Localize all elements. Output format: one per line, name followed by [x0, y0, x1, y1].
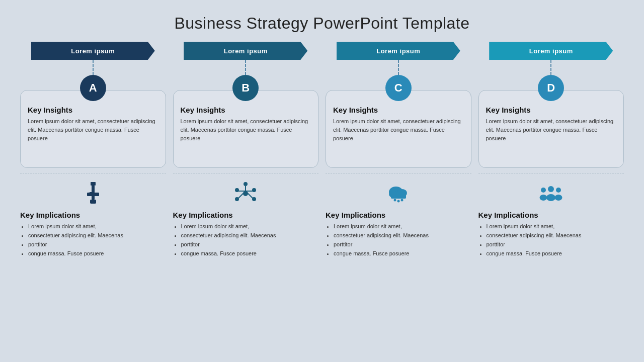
cloud-icon: [385, 180, 412, 207]
implications-title-c: Key Implications: [326, 211, 471, 219]
implications-section-a: Key Implications Lorem ipsum dolor sit a…: [20, 211, 166, 258]
list-item: porttitor: [334, 240, 471, 249]
insights-title-b: Key Insights: [181, 106, 311, 114]
insights-text-d: Lorem ipsum dolor sit amet, consectetuer…: [486, 117, 617, 143]
network-icon: [232, 180, 259, 207]
implications-section-d: Key Implications Lorem ipsum dolor sit a…: [478, 211, 624, 258]
insights-text-a: Lorem ipsum dolor sit amet, consectetuer…: [28, 117, 158, 143]
divider-b: [173, 173, 319, 173]
svg-rect-6: [90, 200, 96, 204]
list-item: consectetuer adipiscing elit. Maecenas: [28, 231, 166, 240]
list-item: Lorem ipsum dolor sit amet,: [487, 222, 624, 231]
list-item: consectetuer adipiscing elit. Maecenas: [181, 231, 319, 240]
badge-b: B: [232, 75, 259, 101]
usb-icon: [79, 180, 107, 207]
list-item: consectetuer adipiscing elit. Maecenas: [334, 231, 471, 240]
implications-title-b: Key Implications: [173, 211, 319, 219]
implications-title-a: Key Implications: [20, 211, 166, 219]
page-title: Business Strategy PowerPoint Template: [174, 14, 469, 33]
header-label-a: Lorem ipsum: [71, 47, 115, 55]
dashed-line-c: [398, 60, 399, 75]
header-label-c: Lorem ipsum: [376, 47, 420, 55]
svg-rect-0: [91, 182, 96, 186]
insights-text-c: Lorem ipsum dolor sit amet, consectetuer…: [333, 117, 464, 143]
svg-point-23: [397, 200, 399, 203]
column-d: Lorem ipsum D Key Insights Lorem ipsum d…: [478, 42, 624, 362]
arrow-a: Lorem ipsum: [31, 42, 155, 60]
list-item: porttitor: [28, 240, 166, 249]
list-item: congue massa. Fusce posuere: [181, 249, 319, 258]
header-label-b: Lorem ipsum: [224, 47, 268, 55]
header-c: Lorem ipsum: [326, 42, 471, 60]
icon-area-a: [79, 177, 107, 210]
svg-point-24: [400, 199, 403, 202]
header-label-d: Lorem ipsum: [529, 47, 573, 55]
badge-d: D: [538, 75, 564, 101]
list-item: Lorem ipsum dolor sit amet,: [28, 222, 166, 231]
insights-card-a: Key Insights Lorem ipsum dolor sit amet,…: [20, 90, 166, 168]
divider-c: [326, 173, 471, 173]
group-icon: [537, 180, 565, 207]
implications-list-d: Lorem ipsum dolor sit amet, consectetuer…: [478, 222, 624, 258]
insights-card-c: Key Insights Lorem ipsum dolor sit amet,…: [326, 90, 471, 168]
list-item: congue massa. Fusce posuere: [28, 249, 166, 258]
icon-area-c: [385, 177, 412, 210]
list-item: congue massa. Fusce posuere: [334, 249, 471, 258]
insights-card-d: Key Insights Lorem ipsum dolor sit amet,…: [478, 90, 624, 168]
svg-rect-2: [87, 193, 92, 196]
implications-section-c: Key Implications Lorem ipsum dolor sit a…: [326, 211, 471, 258]
list-item: porttitor: [487, 240, 624, 249]
svg-point-7: [243, 191, 248, 196]
icon-area-b: [232, 177, 259, 210]
column-a: Lorem ipsum A Key Insights Lorem ipsum d…: [20, 42, 166, 362]
svg-point-26: [546, 194, 555, 201]
implications-section-b: Key Implications Lorem ipsum dolor sit a…: [173, 211, 319, 258]
implications-list-b: Lorem ipsum dolor sit amet, consectetuer…: [173, 222, 319, 258]
svg-rect-21: [391, 195, 406, 199]
dashed-line-d: [550, 60, 551, 75]
svg-point-8: [235, 188, 239, 192]
svg-point-29: [556, 188, 561, 193]
svg-point-22: [393, 199, 396, 202]
arrow-d: Lorem ipsum: [489, 42, 613, 60]
svg-point-25: [548, 186, 554, 192]
list-item: consectetuer adipiscing elit. Maecenas: [487, 231, 624, 240]
header-b: Lorem ipsum: [173, 42, 319, 60]
implications-list-a: Lorem ipsum dolor sit amet, consectetuer…: [20, 222, 166, 258]
svg-point-30: [555, 195, 562, 201]
main-content: Lorem ipsum A Key Insights Lorem ipsum d…: [0, 42, 644, 362]
insights-title-a: Key Insights: [28, 106, 158, 114]
implications-list-c: Lorem ipsum dolor sit amet, consectetuer…: [326, 222, 471, 258]
implications-title-d: Key Implications: [478, 211, 624, 219]
icon-area-d: [537, 177, 565, 210]
dashed-line-a: [93, 60, 94, 75]
divider-a: [20, 173, 166, 173]
header-a: Lorem ipsum: [20, 42, 166, 60]
arrow-c: Lorem ipsum: [337, 42, 460, 60]
list-item: porttitor: [181, 240, 319, 249]
column-c: Lorem ipsum C Key Insights Lorem ipsum d…: [326, 42, 471, 362]
column-b: Lorem ipsum B Key Insights Lorem ipsum d…: [173, 42, 319, 362]
insights-card-b: Key Insights Lorem ipsum dolor sit amet,…: [173, 90, 319, 168]
insights-title-d: Key Insights: [486, 106, 617, 114]
arrow-b: Lorem ipsum: [184, 42, 307, 60]
list-item: congue massa. Fusce posuere: [487, 249, 624, 258]
badge-c: C: [385, 75, 412, 101]
svg-point-27: [541, 188, 546, 193]
divider-d: [478, 173, 624, 173]
list-item: Lorem ipsum dolor sit amet,: [181, 222, 319, 231]
badge-a: A: [80, 75, 106, 101]
list-item: Lorem ipsum dolor sit amet,: [334, 222, 471, 231]
svg-point-28: [540, 195, 547, 201]
insights-text-b: Lorem ipsum dolor sit amet, consectetuer…: [181, 117, 311, 143]
insights-title-c: Key Insights: [333, 106, 464, 114]
svg-point-12: [244, 182, 248, 186]
dashed-line-b: [245, 60, 246, 75]
svg-point-9: [252, 188, 256, 192]
header-d: Lorem ipsum: [478, 42, 624, 60]
